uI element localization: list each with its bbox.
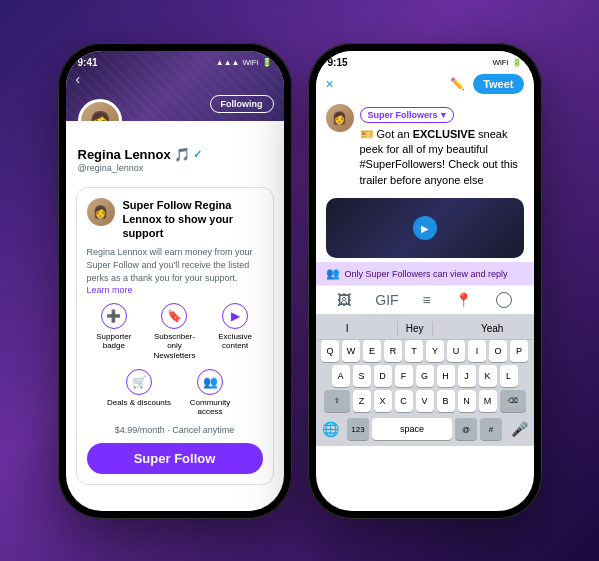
right-time: 9:15 bbox=[328, 57, 348, 68]
key-shift[interactable]: ⇧ bbox=[324, 390, 350, 412]
key-b[interactable]: B bbox=[437, 390, 455, 412]
keyboard: I Hey Yeah Q W E R T Y U I O P bbox=[316, 314, 534, 446]
play-button[interactable]: ▶ bbox=[413, 216, 437, 240]
perk-newsletters: 🔖 Subscriber-only Newsletters bbox=[147, 303, 202, 361]
profile-info: Regina Lennox 🎵 ✓ @regina_lennox bbox=[66, 121, 284, 179]
key-q[interactable]: Q bbox=[321, 340, 339, 362]
left-status-icons: ▲▲▲ WiFi 🔋 bbox=[216, 58, 272, 67]
key-a[interactable]: A bbox=[332, 365, 350, 387]
key-p[interactable]: P bbox=[510, 340, 528, 362]
suggestion-i[interactable]: I bbox=[338, 321, 357, 336]
key-w[interactable]: W bbox=[342, 340, 360, 362]
keyboard-row-1: Q W E R T Y U I O P bbox=[318, 340, 532, 362]
key-f[interactable]: F bbox=[395, 365, 413, 387]
profile-handle: @regina_lennox bbox=[78, 163, 272, 173]
list-icon[interactable]: ≡ bbox=[423, 292, 431, 308]
supporter-icon: ➕ bbox=[101, 303, 127, 329]
price-text: $4.99/month · Cancel anytime bbox=[87, 425, 263, 435]
key-hash[interactable]: # bbox=[480, 418, 502, 440]
key-l[interactable]: L bbox=[500, 365, 518, 387]
key-123[interactable]: 123 bbox=[347, 418, 369, 440]
name-emoji: 🎵 bbox=[174, 147, 190, 162]
audience-selector[interactable]: Super Followers ▾ bbox=[360, 107, 454, 123]
circle-indicator bbox=[496, 292, 512, 308]
learn-more-link[interactable]: Learn more bbox=[87, 285, 133, 295]
right-status-icons: WiFi 🔋 bbox=[493, 58, 522, 67]
mic-icon[interactable]: 🎤 bbox=[511, 421, 528, 437]
location-icon[interactable]: 📍 bbox=[455, 292, 472, 308]
keyboard-row-4: 🌐 123 space @ # 🎤 bbox=[318, 415, 532, 442]
key-g[interactable]: G bbox=[416, 365, 434, 387]
supporter-label: Supporter badge bbox=[87, 332, 142, 351]
profile-cover: 9:41 ▲▲▲ WiFi 🔋 ‹ 👩 Following bbox=[66, 51, 284, 121]
close-button[interactable]: × bbox=[326, 76, 334, 92]
compose-content: Super Followers ▾ 🎫 Got an EXCLUSIVE sne… bbox=[360, 104, 524, 189]
newsletters-icon: 🔖 bbox=[161, 303, 187, 329]
key-i[interactable]: I bbox=[468, 340, 486, 362]
key-s[interactable]: S bbox=[353, 365, 371, 387]
super-follow-card: 👩 Super Follow Regina Lennox to show you… bbox=[76, 187, 274, 485]
key-e[interactable]: E bbox=[363, 340, 381, 362]
tweet-text-content[interactable]: 🎫 Got an EXCLUSIVE sneak peek for all of… bbox=[360, 127, 524, 189]
key-k[interactable]: K bbox=[479, 365, 497, 387]
key-at[interactable]: @ bbox=[455, 418, 477, 440]
chevron-down-icon: ▾ bbox=[441, 110, 446, 120]
globe-icon[interactable]: 🌐 bbox=[322, 421, 339, 437]
tweet-header: × ✏️ Tweet bbox=[316, 70, 534, 98]
key-r[interactable]: R bbox=[384, 340, 402, 362]
key-t[interactable]: T bbox=[405, 340, 423, 362]
word-suggestions: I Hey Yeah bbox=[318, 318, 532, 340]
gif-icon[interactable]: GIF bbox=[375, 292, 398, 308]
key-n[interactable]: N bbox=[458, 390, 476, 412]
exclusive-icon: ▶ bbox=[222, 303, 248, 329]
deals-icon: 🛒 bbox=[126, 369, 152, 395]
key-h[interactable]: H bbox=[437, 365, 455, 387]
tweet-button[interactable]: Tweet bbox=[473, 74, 523, 94]
back-button[interactable]: ‹ bbox=[76, 71, 81, 87]
left-phone: 9:41 ▲▲▲ WiFi 🔋 ‹ 👩 Following Regina Len… bbox=[58, 43, 292, 519]
super-follow-button[interactable]: Super Follow bbox=[87, 443, 263, 474]
suggestion-yeah[interactable]: Yeah bbox=[473, 321, 511, 336]
key-space[interactable]: space bbox=[372, 418, 452, 440]
card-description: Regina Lennox will earn money from your … bbox=[87, 246, 263, 296]
perks-grid-bottom: 🛒 Deals & discounts 👥 Community access bbox=[87, 369, 263, 417]
key-y[interactable]: Y bbox=[426, 340, 444, 362]
keyboard-row-2: A S D F G H J K L bbox=[318, 365, 532, 387]
tweet-compose: 👩 Super Followers ▾ 🎫 Got an EXCLUSIVE s… bbox=[316, 98, 534, 195]
card-header: 👩 Super Follow Regina Lennox to show you… bbox=[87, 198, 263, 241]
image-icon[interactable]: 🖼 bbox=[337, 292, 351, 308]
perk-supporter: ➕ Supporter badge bbox=[87, 303, 142, 361]
key-o[interactable]: O bbox=[489, 340, 507, 362]
compose-toolbar: 🖼 GIF ≡ 📍 bbox=[316, 285, 534, 314]
perk-deals: 🛒 Deals & discounts bbox=[107, 369, 172, 417]
key-m[interactable]: M bbox=[479, 390, 497, 412]
key-d[interactable]: D bbox=[374, 365, 392, 387]
key-v[interactable]: V bbox=[416, 390, 434, 412]
key-j[interactable]: J bbox=[458, 365, 476, 387]
key-c[interactable]: C bbox=[395, 390, 413, 412]
status-bar-right: 9:15 WiFi 🔋 bbox=[316, 51, 534, 70]
community-icon: 👥 bbox=[197, 369, 223, 395]
tweet-actions: ✏️ Tweet bbox=[450, 74, 523, 94]
perk-community: 👥 Community access bbox=[178, 369, 243, 417]
notice-icon: 👥 bbox=[326, 267, 340, 280]
key-u[interactable]: U bbox=[447, 340, 465, 362]
status-bar-left: 9:41 ▲▲▲ WiFi 🔋 bbox=[66, 51, 284, 70]
key-x[interactable]: X bbox=[374, 390, 392, 412]
perk-exclusive: ▶ Exclusive content bbox=[208, 303, 263, 361]
right-phone: 9:15 WiFi 🔋 × ✏️ Tweet 👩 Super bbox=[308, 43, 542, 519]
following-button[interactable]: Following bbox=[210, 95, 274, 113]
key-z[interactable]: Z bbox=[353, 390, 371, 412]
edit-icon[interactable]: ✏️ bbox=[450, 77, 465, 91]
bottom-key-row: 123 space @ # bbox=[347, 418, 502, 440]
suggestion-hey[interactable]: Hey bbox=[397, 321, 433, 336]
card-title: Super Follow Regina Lennox to show your … bbox=[123, 198, 263, 241]
exclusive-label: Exclusive content bbox=[208, 332, 263, 351]
card-avatar: 👩 bbox=[87, 198, 115, 226]
deals-label: Deals & discounts bbox=[107, 398, 171, 408]
newsletters-label: Subscriber-only Newsletters bbox=[147, 332, 202, 361]
community-label: Community access bbox=[178, 398, 243, 417]
compose-avatar: 👩 bbox=[326, 104, 354, 132]
key-delete[interactable]: ⌫ bbox=[500, 390, 526, 412]
profile-name: Regina Lennox 🎵 ✓ bbox=[78, 147, 272, 162]
